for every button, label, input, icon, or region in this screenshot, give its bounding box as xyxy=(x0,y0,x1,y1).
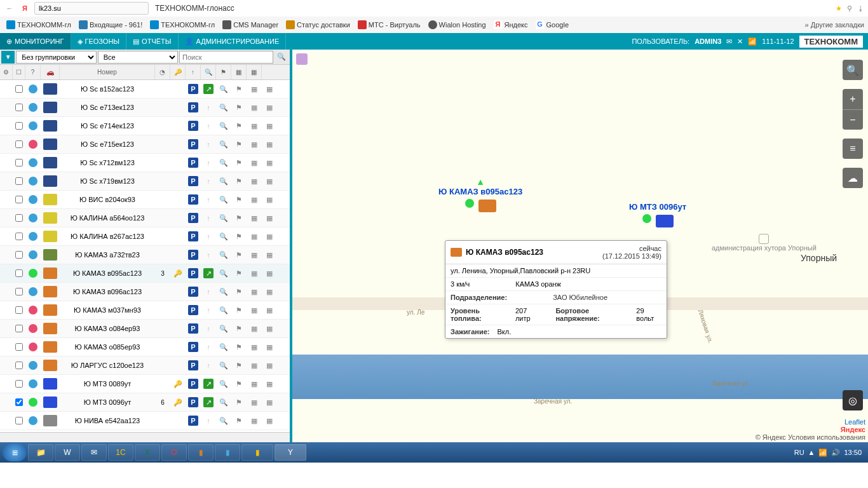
table-row[interactable]: Ю КАМАЗ м037мн93P↑🔍⚑▦▦ xyxy=(0,301,290,320)
find-icon[interactable]: 🔍 xyxy=(219,84,229,94)
cal-icon[interactable]: ▦ xyxy=(249,213,259,223)
mail-icon[interactable]: ✉ xyxy=(726,37,732,46)
table-row[interactable]: Ю Sc в152ас123P↗🔍⚑▦▦ xyxy=(0,80,290,98)
find-icon[interactable]: 🔍 xyxy=(219,342,229,352)
flag-icon[interactable]: ⚑ xyxy=(234,342,244,352)
table-row[interactable]: Ю Sc х719вм123P↑🔍⚑▦▦ xyxy=(0,172,290,191)
search-icon[interactable]: 🔍 xyxy=(275,53,288,61)
cal2-icon[interactable]: ▦ xyxy=(264,194,275,205)
cal2-icon[interactable]: ▦ xyxy=(264,250,275,260)
table-row[interactable]: Ю Sc х712вм123P↑🔍⚑▦▦ xyxy=(0,154,290,172)
tb-app1[interactable]: ▮ xyxy=(188,444,214,461)
row-checkbox[interactable] xyxy=(15,159,23,166)
park-icon[interactable]: P xyxy=(188,379,198,389)
cal-icon[interactable]: ▦ xyxy=(249,342,259,352)
table-row[interactable]: Ю Sc е715ек123P↑🔍⚑▦▦ xyxy=(0,135,290,154)
flag-icon[interactable]: ⚑ xyxy=(234,102,244,112)
weather-icon[interactable]: ☁ xyxy=(843,168,863,188)
grouping-select[interactable]: Без группировки xyxy=(16,51,96,64)
bookmark-item[interactable]: ТЕХНОКОММ-гл xyxy=(4,19,74,30)
filter-icon[interactable]: ▼ xyxy=(1,51,15,64)
tb-app3[interactable]: ▮ xyxy=(241,444,273,461)
find-icon[interactable]: 🔍 xyxy=(219,416,229,426)
flag-icon[interactable]: ⚑ xyxy=(234,231,244,241)
park-icon[interactable]: P xyxy=(188,176,198,186)
park-icon[interactable]: P xyxy=(188,360,198,370)
find-icon[interactable]: 🔍 xyxy=(219,250,229,260)
row-checkbox[interactable] xyxy=(15,214,23,222)
start-button[interactable]: ⊞ xyxy=(3,444,27,461)
flag-icon[interactable]: ⚑ xyxy=(234,194,244,205)
grid-body[interactable]: Ю Sc в152ас123P↗🔍⚑▦▦Ю Sc е713ек123P↑🔍⚑▦▦… xyxy=(0,80,290,432)
flag-icon[interactable]: ⚑ xyxy=(234,305,244,315)
flag-icon[interactable]: ⚑ xyxy=(234,158,244,168)
park-icon[interactable]: P xyxy=(188,342,198,352)
row-checkbox[interactable] xyxy=(15,380,23,388)
flag-icon[interactable]: ⚑ xyxy=(234,379,244,389)
flag-icon[interactable]: ⚑ xyxy=(234,360,244,370)
map-unit-mtz[interactable]: Ю МТЗ 0096ут xyxy=(629,202,686,227)
flag-icon[interactable]: ⚑ xyxy=(234,323,244,334)
flag-icon[interactable]: ⚑ xyxy=(234,213,244,223)
flag-icon[interactable]: ⚑ xyxy=(234,139,244,149)
download-icon[interactable]: ⭳ xyxy=(857,4,864,13)
tray-sound-icon[interactable]: 🔊 xyxy=(831,449,840,457)
cal2-icon[interactable]: ▦ xyxy=(264,158,275,168)
tb-explorer[interactable]: 📁 xyxy=(28,444,53,461)
cal2-icon[interactable]: ▦ xyxy=(264,139,275,149)
table-row[interactable]: Ю МТЗ 0089ут🔑P↗🔍⚑▦▦ xyxy=(0,375,290,393)
map-layers-control[interactable]: ≡ xyxy=(843,139,863,159)
table-row[interactable]: Ю Sc е713ек123P↑🔍⚑▦▦ xyxy=(0,98,290,117)
cal2-icon[interactable]: ▦ xyxy=(264,342,275,352)
flag-icon[interactable]: ⚑ xyxy=(234,287,244,297)
find-icon[interactable]: 🔍 xyxy=(219,360,229,370)
row-checkbox[interactable] xyxy=(15,233,23,240)
back-icon[interactable]: ← xyxy=(4,3,15,14)
bookmark-item[interactable]: Статус доставки xyxy=(283,19,353,30)
row-checkbox[interactable] xyxy=(15,325,23,332)
yandex-icon[interactable]: Я xyxy=(19,3,31,14)
bookmark-item[interactable]: GGoogle xyxy=(533,19,571,30)
park-icon[interactable]: P xyxy=(188,231,198,241)
row-checkbox[interactable] xyxy=(15,122,23,130)
table-row[interactable]: Ю КАМАЗ о084ер93P↑🔍⚑▦▦ xyxy=(0,320,290,338)
park-icon[interactable]: P xyxy=(188,323,198,334)
cal2-icon[interactable]: ▦ xyxy=(264,231,275,241)
locate-icon[interactable]: ◎ xyxy=(843,390,863,410)
cal2-icon[interactable]: ▦ xyxy=(264,84,275,94)
cal-icon[interactable]: ▦ xyxy=(249,231,259,241)
bookmark-item[interactable]: Wialon Hosting xyxy=(426,19,489,30)
map-search-icon[interactable]: 🔍 xyxy=(843,60,863,80)
find-icon[interactable]: 🔍 xyxy=(219,305,229,315)
flag-icon[interactable]: ⚑ xyxy=(234,121,244,131)
tb-opera[interactable]: O xyxy=(161,444,187,461)
find-icon[interactable]: 🔍 xyxy=(219,268,229,278)
bookmark-item[interactable]: ТЕХНОКОММ-гл xyxy=(147,19,217,30)
row-checkbox[interactable] xyxy=(15,196,23,203)
park-icon[interactable]: P xyxy=(188,139,198,149)
table-row[interactable]: Ю НИВА е542аа123P↑🔍⚑▦▦ xyxy=(0,412,290,430)
cal-icon[interactable]: ▦ xyxy=(249,250,259,260)
name-col[interactable]: Номер xyxy=(60,65,155,79)
cal2-icon[interactable]: ▦ xyxy=(264,213,275,223)
row-checkbox[interactable] xyxy=(15,140,23,148)
tb-app2[interactable]: ▮ xyxy=(215,444,240,461)
star-icon[interactable]: ★ xyxy=(836,4,842,13)
cal-icon[interactable]: ▦ xyxy=(249,360,259,370)
cal2-icon[interactable]: ▦ xyxy=(264,102,275,112)
h-scrollbar[interactable] xyxy=(0,432,290,442)
tb-outlook[interactable]: ✉ xyxy=(81,444,107,461)
signal-icon[interactable]: 📶 xyxy=(748,37,757,46)
layers-toggle-icon[interactable] xyxy=(296,53,308,65)
flag-icon[interactable]: ⚑ xyxy=(234,84,244,94)
flag-icon[interactable]: ⚑ xyxy=(234,416,244,426)
row-checkbox[interactable] xyxy=(15,306,23,314)
cal-icon[interactable]: ▦ xyxy=(249,416,259,426)
cal-icon[interactable]: ▦ xyxy=(249,158,259,168)
checkbox-col[interactable]: ☐ xyxy=(13,65,25,79)
table-row[interactable]: Ю ВИС в204ок93P↑🔍⚑▦▦ xyxy=(0,191,290,209)
url-input[interactable] xyxy=(34,2,149,15)
find-icon[interactable]: 🔍 xyxy=(219,194,229,205)
find-icon[interactable]: 🔍 xyxy=(219,121,229,131)
table-row[interactable]: Ю ЛАРГУС с120ое123P↑🔍⚑▦▦ xyxy=(0,356,290,375)
